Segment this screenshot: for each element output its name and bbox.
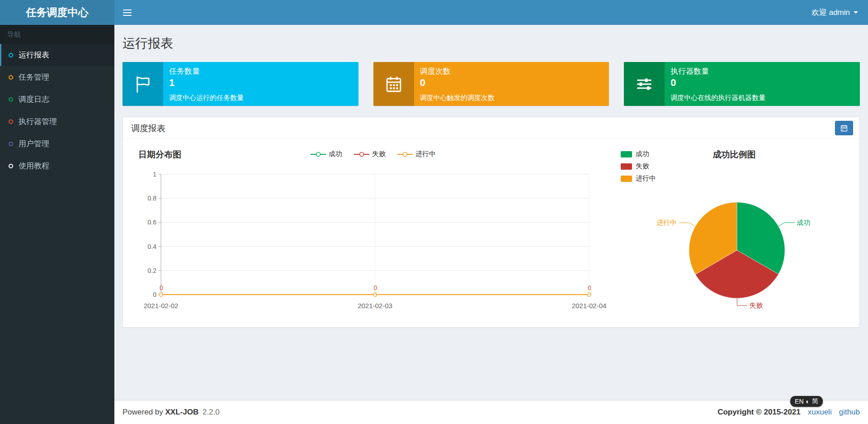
svg-text:0: 0 (588, 284, 591, 291)
sidebar-item-4[interactable]: 执行器管理 (0, 110, 114, 133)
ime-cn-label: 简 (812, 397, 818, 405)
stat-row: 任务数量1调度中心运行的任务数量调度次数0调度中心触发的调度次数执行器数量0调度… (123, 62, 860, 106)
page-title: 运行报表 (123, 35, 860, 52)
circle-o-icon (9, 97, 13, 102)
svg-text:失败: 失败 (749, 301, 763, 309)
legend-swatch (621, 176, 632, 182)
svg-text:0.8: 0.8 (148, 195, 157, 202)
line-series-marker (354, 152, 369, 157)
sidebar-item-2[interactable]: 任务管理 (0, 66, 114, 88)
app-root: 任务调度中心 欢迎 admin 导航 运行报表任务管理调度日志执行器管理用户管理… (0, 0, 868, 424)
svg-text:2021-02-02: 2021-02-02 (144, 302, 179, 310)
pie-legend-item[interactable]: 失败 (621, 162, 656, 171)
powered-by-text: Powered by (123, 408, 163, 416)
success-ratio-chart: 成功失败进行中 成功比例图 成功失败进行中 (616, 144, 852, 319)
svg-text:2021-02-04: 2021-02-04 (572, 302, 607, 310)
stat-box-2: 调度次数0调度中心触发的调度次数 (373, 62, 609, 106)
panel-header: 调度报表 (123, 117, 859, 139)
hamburger-icon (123, 10, 132, 10)
calendar-icon (840, 124, 848, 132)
stat-label: 执行器数量 (670, 66, 854, 76)
sidebar-item-label: 使用教程 (19, 161, 49, 171)
svg-text:0: 0 (153, 291, 156, 298)
welcome-text: 欢迎 admin (811, 7, 850, 18)
sidebar-item-6[interactable]: 使用教程 (0, 155, 114, 177)
copyright-text: Copyright © 2015-2021 (717, 408, 801, 417)
date-distribution-chart: 日期分布图 成功失败进行中 00.20.40.60.812021-02-0220… (130, 144, 616, 319)
caret-down-icon (854, 11, 858, 14)
line-chart-svg: 00.20.40.60.812021-02-022021-02-032021-0… (130, 166, 602, 315)
sliders-icon (624, 62, 665, 106)
xuxueli-link[interactable]: xuxueli (808, 408, 832, 417)
line-legend-item[interactable]: 失败 (354, 150, 386, 158)
top-navbar: 任务调度中心 欢迎 admin (0, 0, 868, 25)
date-range-button[interactable] (835, 121, 853, 135)
app-logo[interactable]: 任务调度中心 (0, 0, 114, 25)
legend-label: 失败 (636, 162, 649, 171)
stat-box-1: 任务数量1调度中心运行的任务数量 (123, 62, 359, 106)
product-name: XXL-JOB (165, 408, 199, 416)
main-content: 运行报表 任务数量1调度中心运行的任务数量调度次数0调度中心触发的调度次数执行器… (114, 25, 868, 400)
flag-icon (123, 62, 163, 106)
line-series-marker (311, 152, 326, 157)
ime-mode-icon: ◐ (806, 398, 810, 405)
navbar-main: 欢迎 admin (114, 0, 868, 25)
footer-powered: Powered by XXL-JOB 2.2.0 (123, 408, 220, 417)
stat-description: 调度中心触发的调度次数 (420, 94, 604, 102)
sidebar-item-label: 运行报表 (19, 50, 49, 60)
sidebar-item-5[interactable]: 用户管理 (0, 133, 114, 155)
sidebar-toggle-button[interactable] (114, 0, 140, 25)
stat-value: 1 (169, 77, 353, 89)
line-legend-item[interactable]: 进行中 (397, 150, 436, 158)
svg-text:0: 0 (160, 284, 163, 291)
circle-o-icon (9, 119, 13, 124)
sidebar: 导航 运行报表任务管理调度日志执行器管理用户管理使用教程 (0, 25, 114, 424)
version-text: 2.2.0 (203, 408, 220, 416)
ime-indicator[interactable]: EN ◐ 简 (790, 396, 823, 407)
pie-chart-svg: 成功失败进行中 (617, 183, 852, 319)
line-legend-item[interactable]: 成功 (311, 150, 342, 158)
user-menu[interactable]: 欢迎 admin (802, 0, 868, 25)
svg-text:0: 0 (374, 284, 377, 291)
legend-label: 失败 (372, 150, 386, 158)
sidebar-item-label: 执行器管理 (19, 116, 57, 127)
stat-value: 0 (420, 77, 604, 89)
stat-description: 调度中心运行的任务数量 (169, 94, 353, 102)
circle-o-icon (9, 164, 13, 168)
sidebar-item-3[interactable]: 调度日志 (0, 88, 114, 110)
circle-o-icon (9, 75, 13, 80)
github-link[interactable]: github (839, 408, 860, 417)
footer: Powered by XXL-JOB 2.2.0 Copyright © 201… (114, 400, 868, 424)
svg-text:0.4: 0.4 (148, 243, 157, 250)
sidebar-item-1[interactable]: 运行报表 (0, 44, 114, 66)
svg-text:0.6: 0.6 (148, 219, 157, 226)
sidebar-menu: 运行报表任务管理调度日志执行器管理用户管理使用教程 (0, 44, 114, 177)
svg-text:0.2: 0.2 (148, 267, 157, 274)
pie-legend-item[interactable]: 进行中 (621, 174, 656, 183)
panel-body: 日期分布图 成功失败进行中 00.20.40.60.812021-02-0220… (123, 139, 859, 327)
line-series-marker (397, 152, 413, 157)
stat-label: 任务数量 (169, 66, 353, 76)
panel-title: 调度报表 (131, 124, 165, 133)
circle-o-icon (9, 53, 13, 57)
stat-box-3: 执行器数量0调度中心在线的执行器机器数量 (624, 62, 860, 106)
pie-chart-title: 成功比例图 (616, 149, 852, 161)
legend-label: 进行中 (636, 174, 656, 183)
stat-label: 调度次数 (420, 66, 604, 76)
stat-description: 调度中心在线的执行器机器数量 (670, 94, 854, 102)
sidebar-section-label: 导航 (0, 25, 114, 44)
stat-content: 任务数量1调度中心运行的任务数量 (163, 62, 359, 106)
ime-en-label: EN (795, 398, 803, 405)
svg-text:成功: 成功 (797, 219, 811, 226)
legend-label: 进行中 (415, 150, 436, 158)
footer-copyright: Copyright © 2015-2021 xuxueli github (717, 408, 860, 417)
stat-content: 调度次数0调度中心触发的调度次数 (414, 62, 609, 106)
sidebar-item-label: 调度日志 (19, 94, 49, 105)
sidebar-item-label: 用户管理 (19, 138, 49, 149)
app-title: 任务调度中心 (26, 5, 89, 19)
stat-content: 执行器数量0调度中心在线的执行器机器数量 (665, 62, 860, 106)
line-chart-legend: 成功失败进行中 (130, 150, 616, 158)
stat-value: 0 (670, 77, 854, 89)
svg-text:进行中: 进行中 (656, 219, 677, 226)
legend-label: 成功 (329, 150, 342, 158)
